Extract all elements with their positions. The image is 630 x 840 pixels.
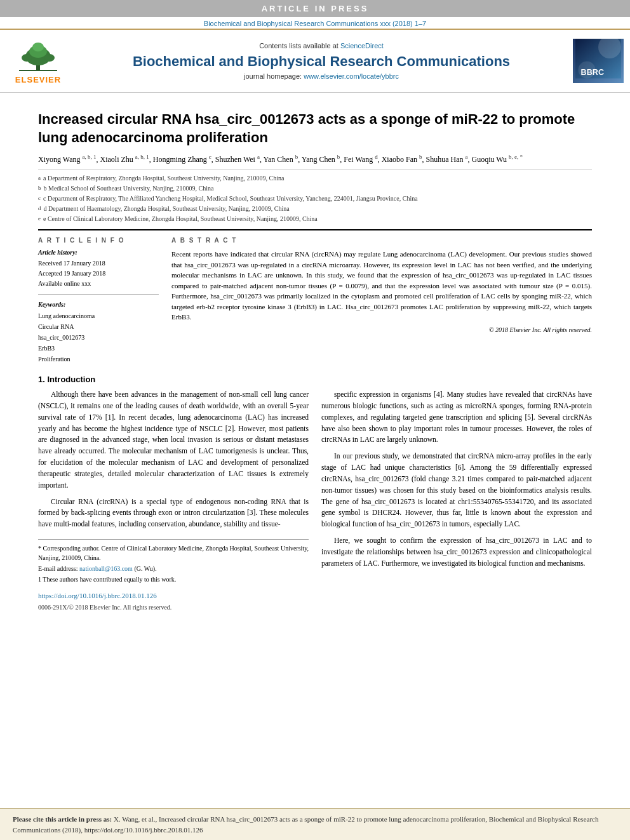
- footnote-email: E-mail address: nationball@163.com (G. W…: [38, 564, 309, 573]
- affiliations: aa Department of Respiratory, Zhongda Ho…: [38, 169, 592, 224]
- footnote-corresponding: * Corresponding author. Centre of Clinic…: [38, 543, 309, 563]
- body-para-3: specific expression in organisms [4]. Ma…: [321, 389, 592, 446]
- journal-ref-text: Biochemical and Biophysical Research Com…: [204, 20, 426, 27]
- body-left-column: Although there have been advances in the…: [38, 389, 309, 612]
- doi-link[interactable]: https://doi.org/10.1016/j.bbrc.2018.01.1…: [38, 590, 309, 601]
- article-info-column: A R T I C L E I N F O Article history: R…: [38, 237, 159, 364]
- svg-point-5: [44, 54, 55, 62]
- abstract-heading: A B S T R A C T: [171, 237, 592, 244]
- main-content: Increased circular RNA hsa_circ_0012673 …: [0, 93, 630, 808]
- journal-homepage: journal homepage: www.elsevier.com/locat…: [244, 72, 399, 80]
- footnotes-area: * Corresponding author. Centre of Clinic…: [38, 539, 309, 584]
- journal-reference-line: Biochemical and Biophysical Research Com…: [0, 17, 630, 29]
- issn-line: 0006-291X/© 2018 Elsevier Inc. All right…: [38, 603, 309, 613]
- body-right-column: specific expression in organisms [4]. Ma…: [321, 389, 592, 612]
- body-two-column: Although there have been advances in the…: [38, 389, 592, 612]
- bbrc-logo: BBRC: [573, 39, 624, 83]
- keyword-1: Lung adenocarcinoma: [38, 310, 159, 321]
- keywords-label: Keywords:: [38, 301, 159, 308]
- sciencedirect-link[interactable]: ScienceDirect: [340, 42, 384, 50]
- elsevier-logo-area: ELSEVIER: [0, 35, 76, 87]
- history-label: Article history:: [38, 249, 159, 256]
- bbrc-graphic: BBRC: [575, 39, 621, 81]
- abstract-text: Recent reports have indicated that circu…: [171, 249, 592, 323]
- authors-line: Xiyong Wang a, b, 1, Xiaoli Zhu a, b, 1,…: [38, 153, 592, 165]
- article-in-press-banner: ARTICLE IN PRESS: [0, 0, 630, 17]
- doi-area: https://doi.org/10.1016/j.bbrc.2018.01.1…: [38, 590, 309, 613]
- citation-label: Please cite this article in press as:: [13, 815, 112, 823]
- banner-text: ARTICLE IN PRESS: [262, 4, 369, 13]
- homepage-link[interactable]: www.elsevier.com/locate/ybbrc: [304, 72, 399, 80]
- footnote-email-link[interactable]: nationball@163.com: [79, 565, 133, 572]
- keyword-4: ErbB3: [38, 343, 159, 354]
- elsevier-tree-icon: [13, 37, 64, 72]
- body-para-4: In our previous study, we demonstrated t…: [321, 451, 592, 530]
- body-para-1: Although there have been advances in the…: [38, 389, 309, 491]
- svg-point-3: [32, 43, 44, 51]
- copyright-line: © 2018 Elsevier Inc. All rights reserved…: [171, 326, 592, 333]
- keyword-2: Circular RNA: [38, 321, 159, 332]
- received-date: Received 17 January 2018: [38, 258, 159, 269]
- article-info-heading: A R T I C L E I N F O: [38, 237, 159, 244]
- divider: [38, 294, 159, 295]
- available-online: Available online xxx: [38, 279, 159, 289]
- svg-text:BBRC: BBRC: [581, 68, 604, 77]
- citation-bar: Please cite this article in press as: X.…: [0, 808, 630, 840]
- body-para-5: Here, we sought to confirm the expressio…: [321, 535, 592, 569]
- keyword-5: Proliferation: [38, 354, 159, 364]
- keyword-3: hsa_circ_0012673: [38, 332, 159, 343]
- article-title: Increased circular RNA hsa_circ_0012673 …: [38, 110, 592, 147]
- sciencedirect-label: Contents lists available at ScienceDirec…: [259, 42, 384, 50]
- accepted-date: Accepted 19 January 2018: [38, 269, 159, 279]
- abstract-column: A B S T R A C T Recent reports have indi…: [171, 237, 592, 364]
- body-para-2: Circular RNA (circRNA) is a special type…: [38, 497, 309, 530]
- journal-title: Biochemical and Biophysical Research Com…: [133, 53, 510, 70]
- footnote-equal-contribution: 1 These authors have contributed equally…: [38, 575, 309, 584]
- journal-header: ELSEVIER Contents lists available at Sci…: [0, 29, 630, 93]
- body-section: 1. Introduction Although there have been…: [38, 375, 592, 612]
- elsevier-brand-name: ELSEVIER: [15, 75, 61, 84]
- svg-point-4: [22, 54, 32, 62]
- section-1-title: 1. Introduction: [38, 375, 592, 384]
- page-wrapper: ARTICLE IN PRESS Biochemical and Biophys…: [0, 0, 630, 840]
- bbrc-logo-area: BBRC: [566, 35, 630, 87]
- article-info-abstract-section: A R T I C L E I N F O Article history: R…: [38, 229, 592, 364]
- journal-header-center: Contents lists available at ScienceDirec…: [76, 35, 566, 87]
